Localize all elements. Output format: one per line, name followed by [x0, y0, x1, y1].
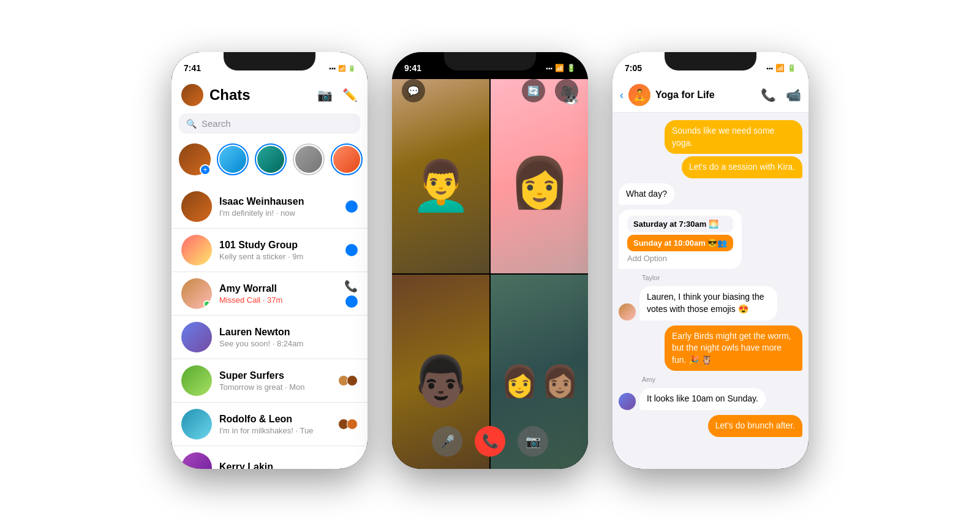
msg-out-1: Sounds like we need some yoga.	[665, 120, 802, 154]
story-item-4[interactable]	[331, 143, 363, 175]
story-item-1[interactable]	[217, 143, 249, 175]
phone-messages: 7:05 ▪▪▪ 📶 🔋 ‹ 🧘 Yoga for Life 📞 📹 Sound…	[612, 52, 809, 469]
wifi-icon-3: 📶	[775, 64, 785, 72]
chats-header: Chats 📷 ✏️	[172, 79, 368, 113]
chat-meta-surfers	[341, 375, 358, 386]
chat-item-rodolfo[interactable]: Rodolfo & Leon I'm in for milkshakes! · …	[172, 403, 368, 446]
battery-icon-2: 🔋	[567, 64, 576, 72]
online-dot-amy	[203, 300, 211, 308]
msg-in-what-day: What day?	[619, 183, 674, 205]
call-icon-amy: 📞	[344, 280, 358, 293]
chat-name-study-group: 101 Study Group	[219, 240, 338, 251]
story-item-2[interactable]	[255, 143, 287, 175]
messages-screen: 7:05 ▪▪▪ 📶 🔋 ‹ 🧘 Yoga for Life 📞 📹 Sound…	[612, 52, 809, 469]
video-call-icon[interactable]: 📹	[786, 88, 801, 102]
chat-item-amy[interactable]: Amy Worrall Missed Call · 37m 📞	[172, 272, 368, 316]
chat-preview-isaac: I'm definitely in! · now	[219, 208, 338, 218]
phone-call-icon[interactable]: 📞	[761, 88, 776, 102]
msg-out-2: Let's do a session with Kira.	[682, 156, 802, 178]
chat-unread-amy	[345, 295, 358, 308]
chat-preview-rodolfo: I'm in for milkshakes! · Tue	[219, 426, 333, 435]
chat-preview-amy: Missed Call · 37m	[219, 295, 337, 305]
chat-meta-study-group	[345, 244, 358, 256]
chat-info-rodolfo: Rodolfo & Leon I'm in for milkshakes! · …	[219, 414, 333, 435]
chat-info-amy: Amy Worrall Missed Call · 37m	[219, 283, 337, 305]
video-top-bar: 💬 🔄 🎥	[392, 79, 588, 102]
status-icons-2: ▪▪▪ 📶 🔋	[546, 64, 576, 72]
video-cell-1: 👨‍🦱	[392, 79, 489, 273]
chat-item-lauren[interactable]: Lauren Newton See you soon! · 8:24am	[172, 316, 368, 359]
chat-preview-study-group: Kelly sent a sticker · 9m	[219, 252, 338, 261]
camera-icon[interactable]: 📷	[317, 88, 333, 102]
video-screen: 9:41 ▪▪▪ 📶 🔋 💬 🔄 🎥 👨‍🦱	[392, 52, 588, 469]
group-avatars-rodolfo	[341, 419, 358, 430]
messages-header: ‹ 🧘 Yoga for Life 📞 📹	[612, 79, 809, 113]
msg-in-taylor: Lauren, I think your biasing the votes w…	[639, 286, 777, 320]
phone-chats: 7:41 ▪▪▪ 📶 🔋 Chats 📷 ✏️ 🔍 Search	[172, 52, 368, 469]
chat-list: Isaac Weinhausen I'm definitely in! · no…	[172, 185, 368, 469]
chat-preview-surfers: Tomorrow is great · Mon	[219, 382, 333, 392]
msg-out-birds: Early Birds might get the worm, but the …	[665, 325, 802, 371]
profile-avatar[interactable]	[181, 84, 203, 106]
battery-icon: 🔋	[348, 65, 355, 72]
chat-meta-isaac	[345, 200, 358, 213]
chat-meta-amy: 📞	[344, 280, 358, 308]
status-time-2: 9:41	[404, 63, 421, 73]
chat-item-study-group[interactable]: 101 Study Group Kelly sent a sticker · 9…	[172, 229, 368, 272]
end-call-button[interactable]: 📞	[475, 426, 505, 457]
chats-title: Chats	[209, 86, 251, 104]
story-add-icon: +	[200, 164, 211, 175]
flip-camera-button[interactable]: 🔄	[522, 79, 545, 102]
video-cell-2: 👩 🐰	[491, 79, 588, 273]
chat-preview-lauren: See you soon! · 8:24am	[219, 339, 350, 348]
chat-unread-study-group	[345, 244, 358, 256]
avatar-taylor	[619, 303, 636, 321]
compose-icon[interactable]: ✏️	[342, 88, 358, 102]
chat-item-surfers[interactable]: Super Surfers Tomorrow is great · Mon	[172, 359, 368, 403]
msg-sender-taylor: Taylor	[642, 274, 802, 281]
story-item-add[interactable]: +	[179, 143, 211, 175]
battery-icon-3: 🔋	[787, 64, 796, 72]
status-time-3: 7:05	[625, 63, 642, 73]
poll-option-sunday[interactable]: Sunday at 10:00am 😎 👥	[627, 235, 733, 251]
chat-name-lauren: Lauren Newton	[219, 327, 350, 338]
chat-item-isaac[interactable]: Isaac Weinhausen I'm definitely in! · no…	[172, 185, 368, 229]
status-time-1: 7:41	[184, 63, 201, 73]
camera-effects-button[interactable]: 🎥	[555, 79, 578, 102]
chat-avatar-isaac	[181, 191, 212, 222]
mute-button[interactable]: 🎤	[432, 426, 462, 457]
chat-avatar-study-group	[181, 235, 212, 265]
header-icons: 📷 ✏️	[317, 88, 358, 102]
status-icons-3: ▪▪▪ 📶 🔋	[766, 64, 796, 72]
chat-item-kerry[interactable]: Kerry Lakin	[172, 446, 368, 469]
messages-button[interactable]: 💬	[402, 79, 425, 102]
poll-option-saturday[interactable]: Saturday at 7:30am 🌅	[627, 216, 733, 232]
chat-avatar-rodolfo	[181, 409, 212, 439]
message-actions: 📞 📹	[761, 88, 801, 102]
group-title: Yoga for Life	[655, 89, 756, 101]
wifi-icon-2: 📶	[555, 64, 564, 72]
chat-info-isaac: Isaac Weinhausen I'm definitely in! · no…	[219, 196, 338, 218]
avatar-amy-msg	[619, 393, 636, 410]
chat-info-study-group: 101 Study Group Kelly sent a sticker · 9…	[219, 240, 338, 261]
msg-sender-amy: Amy	[642, 376, 802, 383]
search-bar[interactable]: 🔍 Search	[179, 113, 360, 134]
poll-add-option[interactable]: Add Option	[627, 254, 733, 263]
msg-row-amy: It looks like 10am on Sunday.	[619, 388, 802, 410]
msg-in-amy: It looks like 10am on Sunday.	[639, 388, 766, 410]
story-item-3[interactable]	[293, 143, 325, 175]
camera-toggle-button[interactable]: 📷	[518, 426, 548, 457]
stories-row: +	[172, 141, 368, 185]
chat-avatar-kerry	[181, 452, 212, 469]
signal-icon: ▪▪▪	[329, 65, 336, 72]
status-icons-1: ▪▪▪ 📶 🔋	[329, 65, 355, 72]
chat-avatar-amy	[181, 278, 212, 309]
signal-icon-3: ▪▪▪	[766, 65, 773, 72]
chat-meta-rodolfo	[341, 419, 358, 430]
group-avatar: 🧘	[628, 84, 650, 106]
back-button[interactable]: ‹	[620, 89, 624, 102]
chat-unread-isaac	[345, 200, 358, 213]
poll-bubble: Saturday at 7:30am 🌅 Sunday at 10:00am 😎…	[619, 210, 742, 269]
signal-icon-2: ▪▪▪	[546, 65, 552, 72]
chat-avatar-surfers	[181, 365, 212, 396]
